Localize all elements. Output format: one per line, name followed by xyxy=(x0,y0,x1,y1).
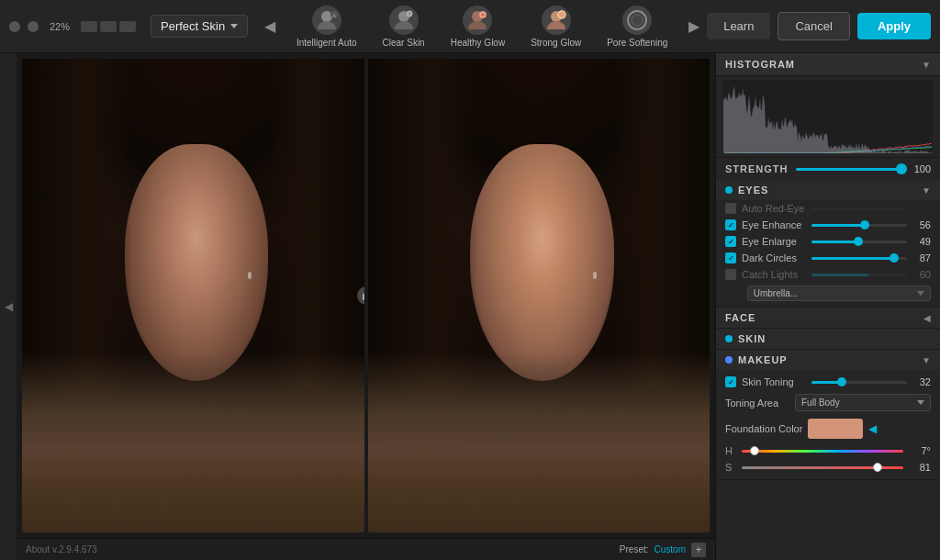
histogram-section: HISTOGRAM ▼ xyxy=(716,53,940,158)
learn-button[interactable]: Learn xyxy=(707,13,770,39)
toolbar-right: Learn Cancel Apply xyxy=(707,12,931,40)
view-icon-1[interactable] xyxy=(81,21,97,32)
catch-lights-type-select[interactable]: Umbrella... xyxy=(747,286,931,301)
auto-red-eye-row: Auto Red-Eye xyxy=(716,200,940,217)
saturation-thumb[interactable] xyxy=(873,463,882,472)
foundation-arrow-icon[interactable]: ◀ xyxy=(868,422,877,435)
eye-enhance-row: ✓ Eye Enhance 56 xyxy=(716,217,940,233)
face-title: FACE xyxy=(725,312,918,323)
view-icons xyxy=(81,21,136,32)
eye-enhance-checkbox[interactable]: ✓ xyxy=(725,219,736,230)
foundation-color-swatch[interactable] xyxy=(808,419,863,439)
hue-slider-row: H 7° xyxy=(716,442,940,459)
status-bar: About v.2.9.4.673 Preset: Custom + xyxy=(17,538,715,560)
eye-enhance-thumb[interactable] xyxy=(860,220,869,230)
before-panel: ▶ xyxy=(22,59,364,532)
svg-point-10 xyxy=(632,15,643,26)
win-btn-2[interactable] xyxy=(28,21,39,32)
hue-thumb[interactable] xyxy=(750,446,759,455)
skin-title: SKIN xyxy=(738,333,931,344)
before-image xyxy=(22,59,364,532)
eye-enlarge-slider[interactable] xyxy=(811,241,907,243)
preset-label-healthy-glow: Healthy Glow xyxy=(451,38,505,48)
saturation-label: S xyxy=(725,462,736,473)
dark-circles-value: 87 xyxy=(912,252,931,263)
preset-chevron-icon xyxy=(230,24,238,28)
toolbar-left: 22% xyxy=(9,21,136,32)
presets-nav-left-arrow[interactable]: ◀ xyxy=(263,19,277,34)
histogram-canvas xyxy=(723,80,933,153)
preset-item-healthy-glow[interactable]: Healthy Glow xyxy=(438,2,518,51)
makeup-title: MAKEUP xyxy=(738,354,916,365)
hue-slider[interactable] xyxy=(742,450,903,453)
left-side-arrow[interactable]: ◀ xyxy=(0,53,17,560)
skin-toning-row: ✓ Skin Toning 32 xyxy=(716,374,940,390)
right-panel: HISTOGRAM ▼ STRENGTH 100 EYES ▼ xyxy=(715,53,940,560)
preset-item-strong-glow[interactable]: Strong Glow xyxy=(518,2,594,51)
makeup-collapse-icon: ▼ xyxy=(922,355,931,365)
dark-circles-slider[interactable] xyxy=(811,257,907,260)
eye-enhance-slider[interactable] xyxy=(811,224,907,227)
skin-toning-slider[interactable] xyxy=(811,381,907,384)
preset-item-clear-skin[interactable]: Clear Skin xyxy=(370,2,438,51)
preset-status: Preset: Custom + xyxy=(620,543,706,557)
preset-item-pore-softening[interactable]: Pore Softening xyxy=(594,2,680,51)
apply-button[interactable]: Apply xyxy=(857,13,931,39)
skin-toning-checkbox[interactable]: ✓ xyxy=(725,376,736,387)
toning-area-chevron-icon xyxy=(917,400,924,405)
histogram-collapse-icon: ▼ xyxy=(922,60,931,70)
dark-circles-label: Dark Circles xyxy=(742,252,806,263)
svg-point-8 xyxy=(558,11,565,18)
eyes-section: EYES ▼ Auto Red-Eye ✓ Eye Enhance xyxy=(716,180,940,308)
eye-enlarge-checkbox[interactable]: ✓ xyxy=(725,236,736,247)
strength-slider[interactable] xyxy=(796,168,902,171)
foundation-label: Foundation Color xyxy=(725,423,802,434)
catch-lights-checkbox[interactable] xyxy=(725,269,736,280)
add-preset-button[interactable]: + xyxy=(691,543,706,557)
dark-circles-checkbox[interactable]: ✓ xyxy=(725,252,736,263)
makeup-section: MAKEUP ▼ ✓ Skin Toning 32 To xyxy=(716,350,940,480)
presets-nav: A Intelligent Auto Clear Skin xyxy=(283,2,681,51)
main-area: ◀ xyxy=(0,53,940,560)
saturation-value: 81 xyxy=(909,462,931,473)
after-image xyxy=(368,59,711,532)
toning-area-select[interactable]: Full Body xyxy=(795,394,931,411)
saturation-slider[interactable] xyxy=(742,466,903,469)
catch-lights-type-label: Umbrella... xyxy=(754,288,798,298)
makeup-header[interactable]: MAKEUP ▼ xyxy=(716,350,940,370)
view-icon-3[interactable] xyxy=(119,21,136,32)
toning-area-row: Toning Area Full Body xyxy=(716,390,940,415)
histogram-chart xyxy=(723,80,933,153)
svg-point-6 xyxy=(480,12,486,17)
svg-point-9 xyxy=(628,11,646,29)
dark-circles-thumb[interactable] xyxy=(890,253,899,263)
presets-nav-right-arrow[interactable]: ▶ xyxy=(687,19,701,34)
strength-thumb[interactable] xyxy=(896,163,907,174)
skin-toning-thumb[interactable] xyxy=(837,377,846,386)
preset-label-clear-skin: Clear Skin xyxy=(383,38,425,48)
skin-dot-icon xyxy=(725,335,733,342)
preset-label-intelligent-auto: Intelligent Auto xyxy=(297,38,357,48)
hue-value: 7° xyxy=(909,445,931,456)
version-text: About v.2.9.4.673 xyxy=(26,544,97,554)
eye-enlarge-thumb[interactable] xyxy=(854,237,863,246)
dark-circles-row: ✓ Dark Circles 87 xyxy=(716,250,940,266)
eyes-header[interactable]: EYES ▼ xyxy=(716,180,940,200)
preset-item-intelligent-auto[interactable]: A Intelligent Auto xyxy=(284,2,370,51)
canvas-area: ▶ xyxy=(17,53,715,560)
face-section-header[interactable]: FACE ◀ xyxy=(716,308,940,329)
catch-lights-chevron-icon xyxy=(917,291,924,296)
preset-selector[interactable]: Perfect Skin xyxy=(151,15,248,38)
view-icon-2[interactable] xyxy=(100,21,117,32)
toolbar: 22% Perfect Skin ◀ A Intelligent Auto xyxy=(0,0,940,53)
cancel-button[interactable]: Cancel xyxy=(778,12,849,40)
preset-icon-pore-softening xyxy=(622,6,652,35)
skin-section-header[interactable]: SKIN xyxy=(716,329,940,350)
svg-point-4 xyxy=(407,11,412,17)
makeup-content: ✓ Skin Toning 32 Toning Area Full Body xyxy=(716,370,940,479)
svg-text:A: A xyxy=(332,13,336,18)
histogram-header[interactable]: HISTOGRAM ▼ xyxy=(716,53,940,76)
strength-fill xyxy=(796,168,902,171)
auto-red-eye-checkbox[interactable] xyxy=(725,203,736,214)
win-btn-1[interactable] xyxy=(9,21,20,32)
